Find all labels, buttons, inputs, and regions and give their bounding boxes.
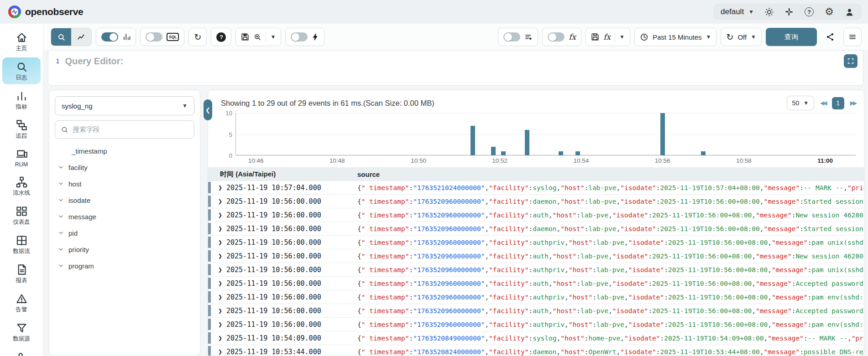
run-query-button[interactable]: 查询 [766, 28, 817, 46]
log-row[interactable]: ❯2025-11-19 10:56:00.000{"_timestamp":"1… [208, 236, 864, 249]
field-item-pid[interactable]: pid [55, 225, 194, 241]
log-row[interactable]: ❯2025-11-19 10:54:09.000{"_timestamp":"1… [208, 331, 864, 345]
expand-row-icon[interactable]: ❯ [218, 266, 226, 274]
sidebar-item-logs[interactable]: 日志 [2, 57, 41, 84]
org-selector[interactable]: default ▼ [721, 7, 754, 16]
current-page-button[interactable]: 1 [832, 97, 844, 109]
sidebar-item-dashboards[interactable]: 仪表盘 [2, 202, 41, 229]
settings-icon[interactable]: ⚙ [824, 7, 834, 17]
expand-row-icon[interactable]: ❯ [218, 320, 226, 329]
sidebar-item-streams[interactable]: 数据流 [2, 231, 41, 258]
sidebar-item-datasources[interactable]: 数据源 [2, 319, 41, 346]
expand-row-icon[interactable]: ❯ [218, 348, 226, 356]
histogram-bar[interactable] [575, 151, 580, 155]
expand-row-icon[interactable]: ❯ [218, 225, 226, 233]
chevron-down-icon[interactable] [58, 262, 64, 270]
save-function-icon[interactable] [591, 33, 599, 41]
field-item-priority[interactable]: priority [55, 241, 194, 258]
sidebar-item-rum[interactable]: RUM [2, 145, 41, 170]
sql-mode-toggle-group[interactable]: SQL [140, 28, 184, 46]
expand-row-icon[interactable]: ❯ [218, 293, 226, 301]
collapse-fields-button[interactable]: ❮ [204, 99, 212, 120]
histogram-toggle[interactable] [101, 32, 118, 41]
field-item-program[interactable]: program [55, 258, 194, 274]
field-item-isodate[interactable]: isodate [55, 192, 194, 208]
quick-mode-toggle-group[interactable] [285, 28, 324, 46]
sidebar-item-pipelines[interactable]: 流水线 [2, 173, 41, 200]
visualize-mode-button[interactable] [71, 28, 91, 46]
log-row[interactable]: ❯2025-11-19 10:56:00.000{"_timestamp":"1… [208, 277, 864, 290]
log-row[interactable]: ❯2025-11-19 10:56:00.000{"_timestamp":"1… [208, 290, 864, 304]
log-row[interactable]: ❯2025-11-19 10:57:04.000{"_timestamp":"1… [208, 181, 864, 195]
chevron-down-icon[interactable] [58, 229, 64, 237]
menu-icon[interactable] [843, 28, 862, 46]
sql-mode-toggle[interactable] [146, 32, 162, 41]
log-row[interactable]: ❯2025-11-19 10:56:00.000{"_timestamp":"1… [208, 208, 864, 222]
field-item-host[interactable]: host [55, 175, 194, 192]
sidebar-item-traces[interactable]: 追踪 [2, 116, 41, 143]
histogram-bar[interactable] [525, 130, 529, 155]
editor-fullscreen-button[interactable] [844, 54, 858, 68]
log-row[interactable]: ❯2025-11-19 10:56:00.000{"_timestamp":"1… [208, 195, 864, 208]
histogram-toggle-group[interactable] [96, 28, 136, 46]
histogram-bar[interactable] [491, 147, 496, 155]
help-icon[interactable]: ? [804, 7, 814, 17]
profile-icon[interactable] [844, 7, 854, 17]
chevron-down-icon[interactable]: ▼ [270, 34, 276, 40]
share-icon[interactable] [821, 28, 839, 46]
field-item-_timestamp[interactable]: _timestamp [55, 143, 194, 159]
chevron-down-icon[interactable] [58, 180, 64, 188]
streaming-toggle-group[interactable] [498, 28, 538, 46]
expand-row-icon[interactable]: ❯ [218, 238, 226, 247]
sidebar-item-reports[interactable]: 报表 [2, 260, 41, 287]
quick-mode-toggle[interactable] [291, 32, 308, 41]
first-page-button[interactable]: ◀◀ [820, 100, 826, 106]
search-mode-button[interactable] [51, 28, 71, 46]
field-item-facility[interactable]: facility [55, 159, 194, 175]
expand-row-icon[interactable]: ❯ [218, 197, 226, 206]
sidebar-item-alerts[interactable]: 告警 [2, 289, 41, 316]
function-toggle[interactable] [548, 32, 565, 41]
reset-filters-button[interactable]: ↻ [188, 28, 207, 46]
log-row[interactable]: ❯2025-11-19 10:56:00.000{"_timestamp":"1… [208, 304, 864, 318]
field-item-message[interactable]: message [55, 208, 194, 225]
saved-search-icon[interactable] [253, 33, 261, 41]
histogram-bar[interactable] [501, 151, 506, 155]
histogram-bar[interactable] [559, 151, 563, 155]
slack-icon[interactable] [784, 7, 794, 17]
histogram-bar[interactable] [701, 151, 706, 155]
expand-row-icon[interactable]: ❯ [218, 307, 226, 315]
save-icon[interactable] [241, 33, 249, 41]
histogram-bar[interactable] [471, 126, 475, 155]
page-size-select[interactable]: 50 ▼ [787, 96, 814, 110]
streaming-toggle[interactable] [503, 32, 520, 41]
time-range-picker[interactable]: Past 15 Minutes ▼ [634, 28, 716, 46]
expand-row-icon[interactable]: ❯ [218, 184, 226, 192]
function-toggle-group[interactable]: fx [542, 28, 581, 46]
sidebar-item-home[interactable]: 主页 [2, 28, 41, 55]
expand-row-icon[interactable]: ❯ [218, 279, 226, 288]
theme-light-icon[interactable] [764, 7, 774, 17]
chevron-down-icon[interactable] [58, 196, 64, 204]
log-row[interactable]: ❯2025-11-19 10:53:44.000{"_timestamp":"1… [208, 345, 864, 356]
log-row[interactable]: ❯2025-11-19 10:56:00.000{"_timestamp":"1… [208, 263, 864, 277]
query-editor[interactable]: 1 Query Editor: [48, 50, 863, 86]
log-row[interactable]: ❯2025-11-19 10:56:00.000{"_timestamp":"1… [208, 318, 864, 331]
stream-select[interactable]: syslog_ng ▼ [55, 96, 194, 115]
sidebar-item-iam[interactable]: IAM [2, 348, 41, 356]
histogram-bar[interactable] [660, 113, 665, 155]
log-row[interactable]: ❯2025-11-19 10:56:00.000{"_timestamp":"1… [208, 222, 864, 236]
expand-row-icon[interactable]: ❯ [218, 211, 226, 219]
chevron-down-icon[interactable]: ▼ [619, 34, 625, 40]
expand-row-icon[interactable]: ❯ [218, 252, 226, 260]
query-help-button[interactable]: ? [211, 28, 231, 46]
chevron-down-icon[interactable] [58, 164, 64, 171]
expand-row-icon[interactable]: ❯ [218, 334, 226, 342]
sidebar-item-metrics[interactable]: 指标 [2, 87, 41, 114]
auto-refresh-picker[interactable]: ↻ Off ▼ [721, 28, 762, 46]
log-row[interactable]: ❯2025-11-19 10:56:00.000{"_timestamp":"1… [208, 249, 864, 263]
last-page-button[interactable]: ▶▶ [850, 100, 856, 106]
chevron-down-icon[interactable] [58, 213, 64, 221]
chevron-down-icon[interactable] [58, 246, 64, 253]
histogram-plot[interactable]: 1050 [235, 113, 856, 155]
